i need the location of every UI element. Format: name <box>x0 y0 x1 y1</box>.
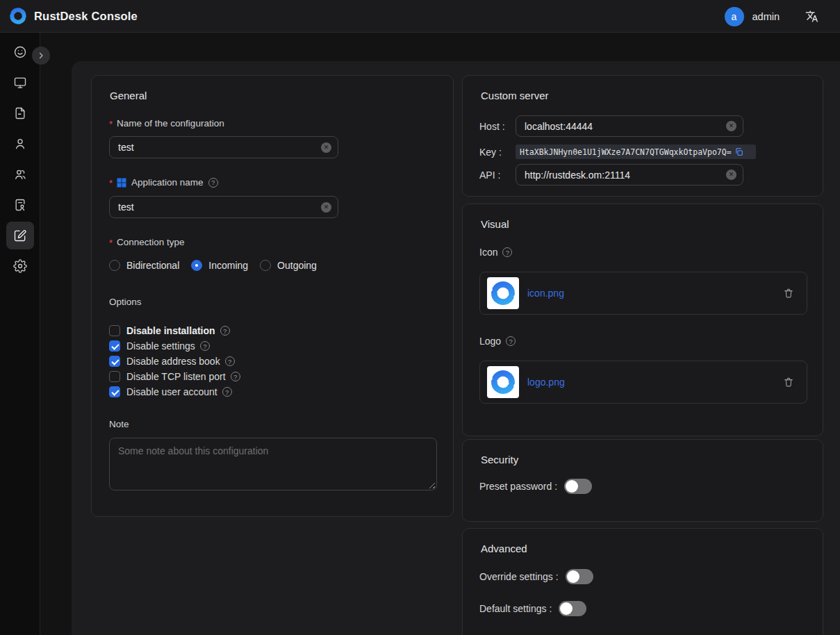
logo-filename-link[interactable]: logo.png <box>527 377 565 388</box>
override-settings-toggle[interactable] <box>566 569 593 584</box>
radio-circle[interactable] <box>260 260 271 271</box>
sidebar-item-audit[interactable] <box>6 191 34 219</box>
smile-icon <box>13 45 27 59</box>
sidebar-collapse-button[interactable] <box>32 47 50 65</box>
help-icon: ? <box>222 387 232 397</box>
users-icon <box>13 167 27 181</box>
api-input-wrap: ✕ <box>516 164 743 185</box>
checkbox-box[interactable] <box>109 371 120 382</box>
sidebar-item-overview[interactable] <box>6 38 34 66</box>
help-icon: ? <box>220 326 230 336</box>
monitor-icon <box>13 76 27 90</box>
key-label: Key : <box>479 147 516 158</box>
sidebar <box>0 33 40 635</box>
sidebar-item-documents[interactable] <box>6 99 34 127</box>
host-row: Host : ✕ <box>479 115 743 137</box>
rustdesk-logo-icon <box>9 7 27 25</box>
default-settings-row: Default settings : <box>479 601 586 616</box>
user-icon <box>13 137 27 151</box>
options-label: Options <box>109 297 142 307</box>
brand: RustDesk Console <box>9 7 138 25</box>
translate-icon[interactable] <box>805 10 818 23</box>
general-card: General * Name of the configuration ✕ * … <box>91 75 454 517</box>
icon-thumbnail[interactable] <box>487 277 519 309</box>
windows-logo-icon <box>117 178 126 188</box>
rustdesk-logo-icon <box>490 369 516 395</box>
help-icon: ? <box>225 356 235 366</box>
host-label: Host : <box>479 121 516 132</box>
sidebar-item-configurations[interactable] <box>6 222 34 249</box>
clear-icon[interactable]: ✕ <box>321 142 331 153</box>
api-input[interactable] <box>516 170 743 181</box>
trash-icon[interactable] <box>783 288 794 299</box>
edit-icon <box>13 229 27 242</box>
copy-icon[interactable] <box>734 147 743 156</box>
icon-label: Icon ? <box>479 247 512 258</box>
connection-type-radio-group: Bidirectional Incoming Outgoing <box>109 260 317 271</box>
host-input[interactable] <box>516 121 743 132</box>
advanced-card: Advanced Override settings : Default set… <box>462 528 823 635</box>
default-settings-toggle[interactable] <box>559 601 586 616</box>
config-name-label: * Name of the configuration <box>109 118 224 129</box>
radio-outgoing[interactable]: Outgoing <box>260 260 317 271</box>
host-input-wrap: ✕ <box>516 115 743 137</box>
note-textarea-wrap <box>109 438 437 490</box>
sidebar-item-users[interactable] <box>6 130 34 158</box>
checkbox-disable-settings[interactable]: Disable settings ? <box>109 338 240 354</box>
preset-password-row: Preset password : <box>479 479 592 494</box>
note-label: Note <box>109 419 129 429</box>
visual-card-title: Visual <box>481 218 509 230</box>
radio-circle[interactable] <box>109 260 120 271</box>
security-card: Security Preset password : <box>462 439 823 522</box>
custom-server-title: Custom server <box>481 90 549 101</box>
required-asterisk: * <box>109 178 113 188</box>
checkbox-disable-tcp-listen-port[interactable]: Disable TCP listen port ? <box>109 369 240 384</box>
key-row: Key : HtaXBkJNHyn0e1U1jWXze7A7CN7QTGWqxk… <box>479 145 756 159</box>
required-asterisk: * <box>109 238 113 248</box>
document-icon <box>13 106 27 120</box>
sidebar-item-groups[interactable] <box>6 160 34 188</box>
help-icon: ? <box>208 178 218 188</box>
clear-icon[interactable]: ✕ <box>726 121 736 131</box>
checkbox-disable-user-account[interactable]: Disable user account ? <box>109 384 240 399</box>
note-textarea[interactable] <box>110 438 436 490</box>
custom-server-card: Custom server Host : ✕ Key : HtaXBkJNHyn… <box>462 75 823 197</box>
app-name-label: * Application name ? <box>109 177 218 188</box>
app-name-input-wrap: ✕ <box>109 196 338 218</box>
checkbox-disable-address-book[interactable]: Disable address book ? <box>109 354 240 369</box>
preset-password-label: Preset password : <box>479 481 557 492</box>
app-name-input[interactable] <box>110 201 338 213</box>
options-checkbox-list: Disable installation ? Disable settings … <box>109 323 240 399</box>
checkbox-box[interactable] <box>109 356 120 367</box>
chevron-right-icon <box>37 51 45 60</box>
avatar[interactable]: a <box>725 7 744 26</box>
app-title: RustDesk Console <box>34 10 138 23</box>
checkbox-disable-installation[interactable]: Disable installation ? <box>109 323 240 338</box>
advanced-card-title: Advanced <box>481 543 527 554</box>
api-row: API : ✕ <box>479 164 743 185</box>
logo-thumbnail[interactable] <box>487 366 519 398</box>
radio-circle[interactable] <box>191 260 202 271</box>
radio-incoming[interactable]: Incoming <box>191 260 248 271</box>
trash-icon[interactable] <box>783 377 794 388</box>
sidebar-item-settings[interactable] <box>6 252 34 280</box>
clear-icon[interactable]: ✕ <box>321 202 331 213</box>
sidebar-item-devices[interactable] <box>6 69 34 97</box>
config-name-input[interactable] <box>110 142 338 153</box>
radio-bidirectional[interactable]: Bidirectional <box>109 260 179 271</box>
general-card-title: General <box>110 90 147 101</box>
icon-filename-link[interactable]: icon.png <box>527 288 564 299</box>
clear-icon[interactable]: ✕ <box>726 170 736 180</box>
checkbox-box[interactable] <box>109 340 120 352</box>
override-settings-label: Override settings : <box>479 571 559 582</box>
checkbox-box[interactable] <box>109 325 120 336</box>
help-icon: ? <box>502 247 512 257</box>
preset-password-toggle[interactable] <box>564 479 592 494</box>
visual-card: Visual Icon ? icon.png Logo ? logo.png <box>462 204 823 436</box>
user-name[interactable]: admin <box>752 11 780 22</box>
rustdesk-logo-icon <box>490 280 516 306</box>
logo-upload-row: logo.png <box>479 361 807 404</box>
checkbox-box[interactable] <box>109 386 120 397</box>
help-icon: ? <box>231 372 240 381</box>
key-value: HtaXBkJNHyn0e1U1jWXze7A7CN7QTGWqxkOtpaVp… <box>520 147 732 157</box>
